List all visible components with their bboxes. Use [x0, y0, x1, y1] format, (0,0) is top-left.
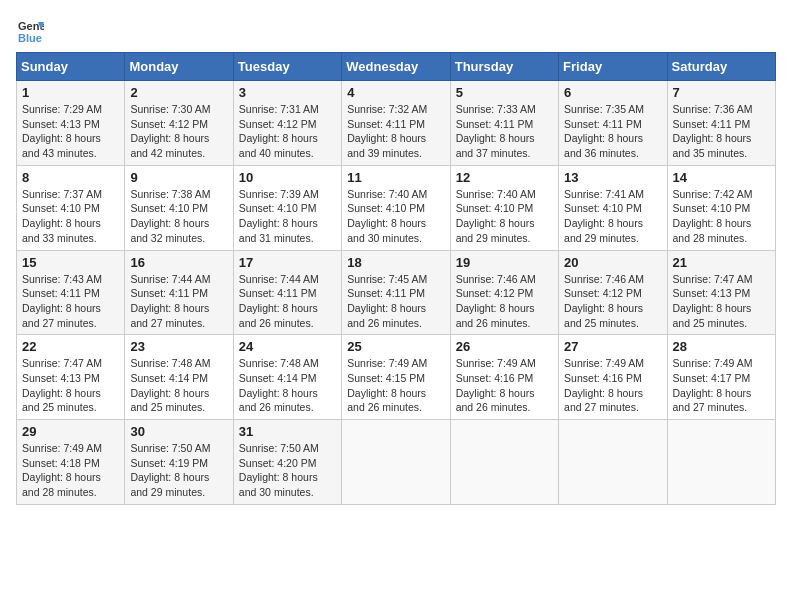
day-number: 30 [130, 424, 227, 439]
calendar-table: SundayMondayTuesdayWednesdayThursdayFrid… [16, 52, 776, 505]
calendar-cell [450, 420, 558, 505]
logo: General Blue [16, 16, 44, 44]
calendar-cell: 26 Sunrise: 7:49 AMSunset: 4:16 PMDaylig… [450, 335, 558, 420]
week-row-1: 1 Sunrise: 7:29 AMSunset: 4:13 PMDayligh… [17, 81, 776, 166]
calendar-cell: 18 Sunrise: 7:45 AMSunset: 4:11 PMDaylig… [342, 250, 450, 335]
calendar-cell: 25 Sunrise: 7:49 AMSunset: 4:15 PMDaylig… [342, 335, 450, 420]
day-number: 22 [22, 339, 119, 354]
calendar-cell: 14 Sunrise: 7:42 AMSunset: 4:10 PMDaylig… [667, 165, 775, 250]
day-info: Sunrise: 7:49 AMSunset: 4:15 PMDaylight:… [347, 357, 427, 413]
weekday-tuesday: Tuesday [233, 53, 341, 81]
day-number: 31 [239, 424, 336, 439]
week-row-5: 29 Sunrise: 7:49 AMSunset: 4:18 PMDaylig… [17, 420, 776, 505]
weekday-monday: Monday [125, 53, 233, 81]
calendar-cell: 5 Sunrise: 7:33 AMSunset: 4:11 PMDayligh… [450, 81, 558, 166]
calendar-cell: 11 Sunrise: 7:40 AMSunset: 4:10 PMDaylig… [342, 165, 450, 250]
calendar-cell: 9 Sunrise: 7:38 AMSunset: 4:10 PMDayligh… [125, 165, 233, 250]
day-info: Sunrise: 7:48 AMSunset: 4:14 PMDaylight:… [239, 357, 319, 413]
calendar-cell: 19 Sunrise: 7:46 AMSunset: 4:12 PMDaylig… [450, 250, 558, 335]
calendar-cell: 28 Sunrise: 7:49 AMSunset: 4:17 PMDaylig… [667, 335, 775, 420]
day-info: Sunrise: 7:38 AMSunset: 4:10 PMDaylight:… [130, 188, 210, 244]
day-info: Sunrise: 7:49 AMSunset: 4:16 PMDaylight:… [564, 357, 644, 413]
calendar-cell: 6 Sunrise: 7:35 AMSunset: 4:11 PMDayligh… [559, 81, 667, 166]
day-number: 2 [130, 85, 227, 100]
calendar-cell: 30 Sunrise: 7:50 AMSunset: 4:19 PMDaylig… [125, 420, 233, 505]
day-number: 27 [564, 339, 661, 354]
calendar-cell: 24 Sunrise: 7:48 AMSunset: 4:14 PMDaylig… [233, 335, 341, 420]
day-info: Sunrise: 7:47 AMSunset: 4:13 PMDaylight:… [22, 357, 102, 413]
day-number: 17 [239, 255, 336, 270]
calendar-cell: 21 Sunrise: 7:47 AMSunset: 4:13 PMDaylig… [667, 250, 775, 335]
calendar-cell: 31 Sunrise: 7:50 AMSunset: 4:20 PMDaylig… [233, 420, 341, 505]
day-number: 1 [22, 85, 119, 100]
day-info: Sunrise: 7:48 AMSunset: 4:14 PMDaylight:… [130, 357, 210, 413]
day-info: Sunrise: 7:36 AMSunset: 4:11 PMDaylight:… [673, 103, 753, 159]
day-info: Sunrise: 7:49 AMSunset: 4:16 PMDaylight:… [456, 357, 536, 413]
day-info: Sunrise: 7:41 AMSunset: 4:10 PMDaylight:… [564, 188, 644, 244]
week-row-4: 22 Sunrise: 7:47 AMSunset: 4:13 PMDaylig… [17, 335, 776, 420]
day-number: 18 [347, 255, 444, 270]
weekday-saturday: Saturday [667, 53, 775, 81]
week-row-2: 8 Sunrise: 7:37 AMSunset: 4:10 PMDayligh… [17, 165, 776, 250]
calendar-cell: 17 Sunrise: 7:44 AMSunset: 4:11 PMDaylig… [233, 250, 341, 335]
calendar-cell: 4 Sunrise: 7:32 AMSunset: 4:11 PMDayligh… [342, 81, 450, 166]
calendar-cell [667, 420, 775, 505]
day-info: Sunrise: 7:31 AMSunset: 4:12 PMDaylight:… [239, 103, 319, 159]
day-number: 25 [347, 339, 444, 354]
day-number: 12 [456, 170, 553, 185]
day-info: Sunrise: 7:39 AMSunset: 4:10 PMDaylight:… [239, 188, 319, 244]
calendar-cell [342, 420, 450, 505]
day-number: 5 [456, 85, 553, 100]
calendar-cell: 16 Sunrise: 7:44 AMSunset: 4:11 PMDaylig… [125, 250, 233, 335]
calendar-cell: 8 Sunrise: 7:37 AMSunset: 4:10 PMDayligh… [17, 165, 125, 250]
calendar-cell: 12 Sunrise: 7:40 AMSunset: 4:10 PMDaylig… [450, 165, 558, 250]
logo-icon: General Blue [16, 16, 44, 44]
calendar-cell: 1 Sunrise: 7:29 AMSunset: 4:13 PMDayligh… [17, 81, 125, 166]
calendar-body: 1 Sunrise: 7:29 AMSunset: 4:13 PMDayligh… [17, 81, 776, 505]
day-info: Sunrise: 7:47 AMSunset: 4:13 PMDaylight:… [673, 273, 753, 329]
day-info: Sunrise: 7:30 AMSunset: 4:12 PMDaylight:… [130, 103, 210, 159]
day-number: 15 [22, 255, 119, 270]
day-info: Sunrise: 7:44 AMSunset: 4:11 PMDaylight:… [130, 273, 210, 329]
day-info: Sunrise: 7:37 AMSunset: 4:10 PMDaylight:… [22, 188, 102, 244]
day-number: 21 [673, 255, 770, 270]
calendar-cell: 15 Sunrise: 7:43 AMSunset: 4:11 PMDaylig… [17, 250, 125, 335]
day-info: Sunrise: 7:46 AMSunset: 4:12 PMDaylight:… [456, 273, 536, 329]
day-info: Sunrise: 7:33 AMSunset: 4:11 PMDaylight:… [456, 103, 536, 159]
page-header: General Blue [16, 16, 776, 44]
week-row-3: 15 Sunrise: 7:43 AMSunset: 4:11 PMDaylig… [17, 250, 776, 335]
day-info: Sunrise: 7:49 AMSunset: 4:18 PMDaylight:… [22, 442, 102, 498]
calendar-cell: 3 Sunrise: 7:31 AMSunset: 4:12 PMDayligh… [233, 81, 341, 166]
day-info: Sunrise: 7:40 AMSunset: 4:10 PMDaylight:… [347, 188, 427, 244]
weekday-thursday: Thursday [450, 53, 558, 81]
day-info: Sunrise: 7:42 AMSunset: 4:10 PMDaylight:… [673, 188, 753, 244]
day-info: Sunrise: 7:43 AMSunset: 4:11 PMDaylight:… [22, 273, 102, 329]
day-info: Sunrise: 7:50 AMSunset: 4:20 PMDaylight:… [239, 442, 319, 498]
day-number: 29 [22, 424, 119, 439]
day-info: Sunrise: 7:46 AMSunset: 4:12 PMDaylight:… [564, 273, 644, 329]
calendar-cell: 20 Sunrise: 7:46 AMSunset: 4:12 PMDaylig… [559, 250, 667, 335]
svg-text:Blue: Blue [18, 32, 42, 44]
day-number: 9 [130, 170, 227, 185]
day-number: 20 [564, 255, 661, 270]
day-number: 4 [347, 85, 444, 100]
day-number: 10 [239, 170, 336, 185]
day-info: Sunrise: 7:35 AMSunset: 4:11 PMDaylight:… [564, 103, 644, 159]
calendar-cell: 13 Sunrise: 7:41 AMSunset: 4:10 PMDaylig… [559, 165, 667, 250]
day-number: 16 [130, 255, 227, 270]
day-number: 11 [347, 170, 444, 185]
day-number: 26 [456, 339, 553, 354]
weekday-sunday: Sunday [17, 53, 125, 81]
calendar-cell: 29 Sunrise: 7:49 AMSunset: 4:18 PMDaylig… [17, 420, 125, 505]
day-number: 3 [239, 85, 336, 100]
day-info: Sunrise: 7:32 AMSunset: 4:11 PMDaylight:… [347, 103, 427, 159]
day-info: Sunrise: 7:44 AMSunset: 4:11 PMDaylight:… [239, 273, 319, 329]
day-number: 19 [456, 255, 553, 270]
day-number: 7 [673, 85, 770, 100]
day-number: 28 [673, 339, 770, 354]
day-number: 24 [239, 339, 336, 354]
weekday-wednesday: Wednesday [342, 53, 450, 81]
calendar-cell: 22 Sunrise: 7:47 AMSunset: 4:13 PMDaylig… [17, 335, 125, 420]
day-info: Sunrise: 7:50 AMSunset: 4:19 PMDaylight:… [130, 442, 210, 498]
calendar-cell: 7 Sunrise: 7:36 AMSunset: 4:11 PMDayligh… [667, 81, 775, 166]
